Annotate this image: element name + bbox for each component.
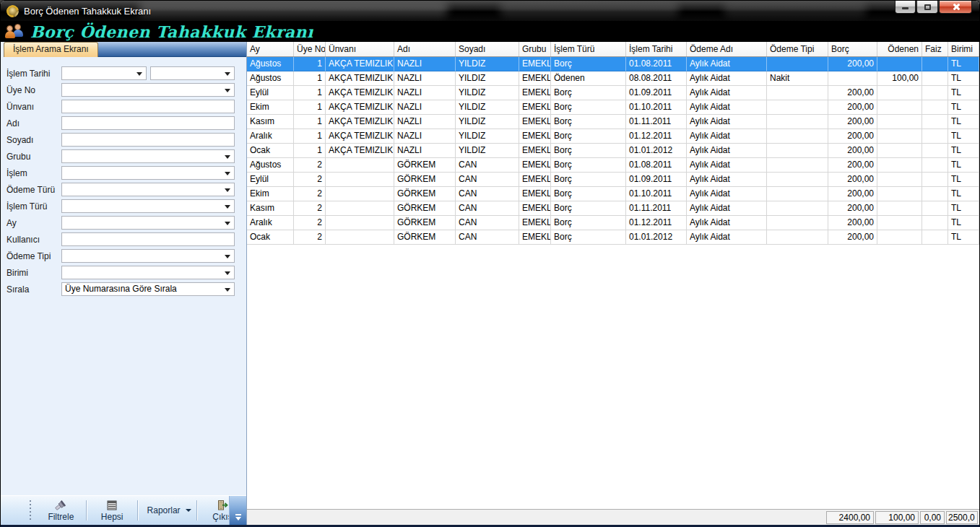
table-row[interactable]: Ocak1AKÇA TEMIZLIK LTDNAZLIYILDIZEMEKLİB… [247,144,979,158]
column-header[interactable]: Faiz [922,42,948,56]
date-to-combobox[interactable] [150,66,235,80]
table-row[interactable]: Ekim2GÖRKEMCANEMEKLİBorç01.10.2011Aylık … [247,187,979,201]
form-row-2: Ünvanı [6,100,235,113]
table-row[interactable]: Ağustos2GÖRKEMCANEMEKLİBorç01.08.2011Ayl… [247,158,979,173]
window-title: Borç Ödenen Tahakkuk Ekranı [24,6,151,17]
table-row[interactable]: Ağustos1AKÇA TEMIZLIK LTDNAZLIYILDIZEMEK… [247,57,979,71]
table-cell: Borç [551,100,626,115]
table-cell: AKÇA TEMIZLIK LTD [326,57,394,71]
filter-button[interactable]: Filtrele [37,496,84,525]
column-header[interactable]: Birimi [948,42,979,56]
table-cell [767,230,828,245]
table-row[interactable]: Aralık2GÖRKEMCANEMEKLİBorç01.12.2011Aylı… [247,216,979,230]
column-header[interactable]: Ay [247,42,294,56]
column-header[interactable]: Üye No [294,42,326,56]
table-cell: TL [948,158,979,173]
combobox-field[interactable] [61,199,235,213]
column-header[interactable]: Ünvanı [326,42,394,56]
reports-button-label: Raporlar [147,505,181,515]
table-cell: CAN [456,230,519,245]
column-header[interactable]: Ödeme Adı [687,42,767,56]
column-header[interactable]: Ödenen [877,42,922,56]
table-cell [922,216,948,230]
table-cell [326,187,394,201]
bottom-toolbar: Filtrele Hepsi [1,495,246,525]
flashlight-icon [54,500,67,511]
field-controls [61,249,235,263]
table-cell: Ocak [247,230,294,245]
table-cell [767,187,828,201]
table-cell: Ödenen [551,71,626,86]
maximize-button[interactable] [916,1,938,14]
table-row[interactable]: Ağustos1AKÇA TEMIZLIK LTDNAZLIYILDIZEMEK… [247,71,979,86]
form-row-0: İşlem Tarihi [6,66,235,80]
text-field[interactable] [61,133,235,147]
table-cell [767,100,828,115]
tab-strip-filler [98,42,246,57]
text-field[interactable] [61,100,235,113]
table-cell: 01.10.2011 [626,187,687,201]
column-header[interactable]: Adı [394,42,456,56]
table-cell: EMEKLİ [519,129,551,144]
table-cell: 2 [294,201,326,216]
table-cell: NAZLI [394,86,456,100]
table-row[interactable]: Kasım2GÖRKEMCANEMEKLİBorç01.11.2011Aylık… [247,201,979,216]
table-row[interactable]: Ocak2GÖRKEMCANEMEKLİBorç01.01.2012Aylık … [247,230,979,245]
table-cell: EMEKLİ [519,201,551,216]
combobox-field[interactable] [61,183,235,196]
combobox-field[interactable] [61,216,235,230]
table-cell: Aylık Aidat [687,57,767,71]
field-label: Birimi [6,268,61,278]
table-cell: TL [948,230,979,245]
toolbar-overflow-button[interactable] [229,496,246,525]
combobox-field[interactable] [61,149,235,163]
table-row[interactable]: Aralık1AKÇA TEMIZLIK LTDNAZLIYILDIZEMEKL… [247,129,979,144]
close-button[interactable] [939,1,972,14]
column-header[interactable]: Soyadı [456,42,519,56]
column-header[interactable]: İşlem Türü [551,42,626,56]
table-cell: 2 [294,230,326,245]
table-cell: Aylık Aidat [687,216,767,230]
table-row[interactable]: Kasım1AKÇA TEMIZLIK LTDNAZLIYILDIZEMEKLİ… [247,115,979,129]
field-controls [61,166,235,180]
table-cell: 01.09.2011 [626,173,687,187]
table-row[interactable]: Eylül2GÖRKEMCANEMEKLİBorç01.09.2011Aylık… [247,173,979,187]
table-cell: EMEKLİ [519,144,551,158]
field-controls [61,266,235,279]
reports-button[interactable]: Raporlar [139,496,195,525]
table-cell: Borç [551,216,626,230]
tab-islem-arama[interactable]: İşlem Arama Ekranı [4,42,98,57]
table-cell: Aylık Aidat [687,129,767,144]
text-field[interactable] [61,116,235,130]
column-header[interactable]: Ödeme Tipi [767,42,828,56]
date-from-combobox[interactable] [61,66,147,80]
chevron-down-icon [186,509,191,512]
text-field[interactable] [61,232,235,246]
field-label: Adı [6,118,61,129]
combobox-field[interactable] [61,249,235,263]
table-cell: EMEKLİ [519,230,551,245]
column-header[interactable]: Borç [828,42,877,56]
minimize-button[interactable] [895,1,916,14]
column-header[interactable]: Grubu [519,42,551,56]
table-cell: 1 [294,57,326,71]
table-row[interactable]: Eylül1AKÇA TEMIZLIK LTDNAZLIYILDIZEMEKLİ… [247,86,979,100]
column-header[interactable]: İşlem Tarihi [626,42,687,56]
table-cell: AKÇA TEMIZLIK LTD [326,100,394,115]
table-cell: GÖRKEM [394,173,456,187]
table-cell: Borç [551,201,626,216]
table-cell: Borç [551,187,626,201]
combobox-field[interactable] [61,83,235,97]
table-row[interactable]: Ekim1AKÇA TEMIZLIK LTDNAZLIYILDIZEMEKLİB… [247,100,979,115]
glass-reflection [138,3,448,16]
table-cell: 08.08.2011 [626,71,687,86]
combobox-field[interactable] [61,166,235,180]
combobox-field[interactable] [61,266,235,279]
combobox-field[interactable]: Üye Numarasına Göre Sırala [61,282,235,296]
table-cell: 01.12.2011 [626,129,687,144]
toolbar-grip[interactable] [30,500,31,521]
show-all-button[interactable]: Hepsi [88,496,136,525]
table-cell: YILDIZ [456,57,519,71]
table-cell: TL [948,71,979,86]
filter-form: İşlem TarihiÜye NoÜnvanıAdıSoyadıGrubuİş… [1,57,246,296]
